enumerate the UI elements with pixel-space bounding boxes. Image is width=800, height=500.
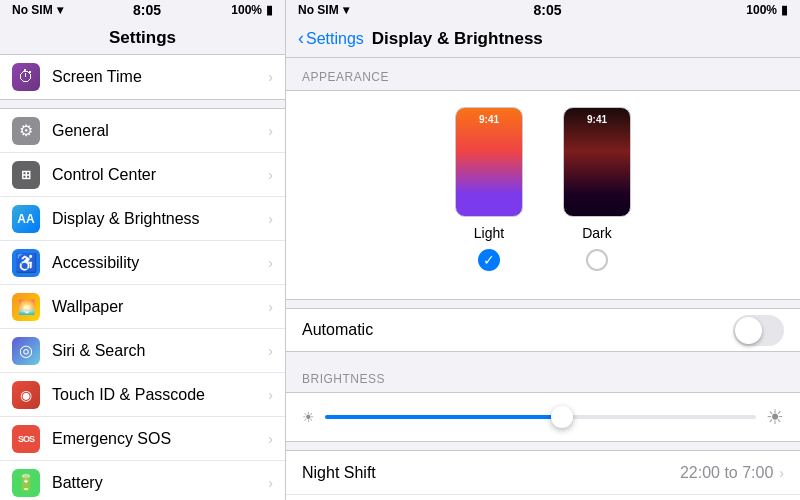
left-battery-icon: ▮ bbox=[266, 3, 273, 17]
left-status-left: No SIM ▾ bbox=[12, 3, 63, 17]
appearance-header: APPEARANCE bbox=[286, 58, 800, 90]
general-icon: ⚙ bbox=[12, 117, 40, 145]
screen-time-icon: ⏱ bbox=[12, 63, 40, 91]
dark-phone-time: 9:41 bbox=[587, 114, 607, 125]
accessibility-chevron: › bbox=[268, 255, 273, 271]
brightness-thumb[interactable] bbox=[551, 406, 573, 428]
screen-time-label: Screen Time bbox=[52, 68, 268, 86]
light-check-icon: ✓ bbox=[483, 252, 495, 268]
right-time: 8:05 bbox=[533, 2, 561, 18]
right-nav-title: Display & Brightness bbox=[372, 29, 543, 49]
battery-item[interactable]: 🔋 Battery › bbox=[0, 461, 285, 500]
control-center-label: Control Center bbox=[52, 166, 268, 184]
wallpaper-label: Wallpaper bbox=[52, 298, 268, 316]
appearance-options: 9:41 Light ✓ 9:41 Dark bbox=[302, 107, 784, 271]
brightness-row: ☀ ☀ bbox=[286, 393, 800, 441]
left-settings-list: ⏱ Screen Time › ⚙ General › ⊞ Control Ce… bbox=[0, 54, 285, 500]
battery-label: Battery bbox=[52, 474, 268, 492]
right-battery-pct: 100% bbox=[746, 3, 777, 17]
automatic-row: Automatic bbox=[286, 308, 800, 352]
screen-time-chevron: › bbox=[268, 69, 273, 85]
wallpaper-chevron: › bbox=[268, 299, 273, 315]
brightness-high-icon: ☀ bbox=[766, 405, 784, 429]
night-shift-chevron: › bbox=[779, 465, 784, 481]
control-center-icon: ⊞ bbox=[12, 161, 40, 189]
right-content: APPEARANCE 9:41 Light ✓ 9:41 Dark bbox=[286, 58, 800, 500]
emergency-item[interactable]: SOS Emergency SOS › bbox=[0, 417, 285, 461]
main-settings-section: ⚙ General › ⊞ Control Center › AA Displa… bbox=[0, 108, 285, 500]
dark-mode-radio[interactable] bbox=[586, 249, 608, 271]
battery-icon: 🔋 bbox=[12, 469, 40, 497]
light-mode-option[interactable]: 9:41 Light ✓ bbox=[455, 107, 523, 271]
right-panel: No SIM ▾ 8:05 100% ▮ ‹ Settings Display … bbox=[286, 0, 800, 500]
brightness-section: ☀ ☀ bbox=[286, 392, 800, 442]
wallpaper-item[interactable]: 🌅 Wallpaper › bbox=[0, 285, 285, 329]
left-carrier: No SIM bbox=[12, 3, 53, 17]
right-battery-icon: ▮ bbox=[781, 3, 788, 17]
general-item[interactable]: ⚙ General › bbox=[0, 109, 285, 153]
left-battery-pct: 100% bbox=[231, 3, 262, 17]
wallpaper-icon: 🌅 bbox=[12, 293, 40, 321]
right-wifi-icon: ▾ bbox=[343, 3, 349, 17]
display-icon: AA bbox=[12, 205, 40, 233]
back-button[interactable]: ‹ Settings bbox=[298, 28, 364, 49]
brightness-low-icon: ☀ bbox=[302, 409, 315, 425]
automatic-label: Automatic bbox=[302, 321, 733, 339]
siri-label: Siri & Search bbox=[52, 342, 268, 360]
right-carrier: No SIM bbox=[298, 3, 339, 17]
siri-chevron: › bbox=[268, 343, 273, 359]
siri-item[interactable]: ◎ Siri & Search › bbox=[0, 329, 285, 373]
siri-icon: ◎ bbox=[12, 337, 40, 365]
accessibility-label: Accessibility bbox=[52, 254, 268, 272]
dark-phone-preview: 9:41 bbox=[563, 107, 631, 217]
left-status-bar: No SIM ▾ 8:05 100% ▮ bbox=[0, 0, 285, 20]
accessibility-item[interactable]: ♿ Accessibility › bbox=[0, 241, 285, 285]
left-panel: No SIM ▾ 8:05 100% ▮ Settings ⏱ Screen T… bbox=[0, 0, 286, 500]
display-label: Display & Brightness bbox=[52, 210, 268, 228]
general-label: General bbox=[52, 122, 268, 140]
emergency-chevron: › bbox=[268, 431, 273, 447]
left-wifi-icon: ▾ bbox=[57, 3, 63, 17]
appearance-section: 9:41 Light ✓ 9:41 Dark bbox=[286, 90, 800, 300]
light-phone-time: 9:41 bbox=[479, 114, 499, 125]
screen-time-item[interactable]: ⏱ Screen Time › bbox=[0, 55, 285, 99]
emergency-label: Emergency SOS bbox=[52, 430, 268, 448]
touchid-label: Touch ID & Passcode bbox=[52, 386, 268, 404]
auto-lock-row[interactable]: Auto-Lock Never › bbox=[286, 495, 800, 500]
light-mode-radio[interactable]: ✓ bbox=[478, 249, 500, 271]
automatic-toggle[interactable] bbox=[733, 315, 784, 346]
brightness-header: BRIGHTNESS bbox=[286, 360, 800, 392]
right-status-right: 100% ▮ bbox=[746, 3, 788, 17]
control-center-chevron: › bbox=[268, 167, 273, 183]
touchid-chevron: › bbox=[268, 387, 273, 403]
brightness-fill bbox=[325, 415, 562, 419]
left-nav-title: Settings bbox=[0, 20, 285, 54]
dark-mode-label: Dark bbox=[582, 225, 612, 241]
general-chevron: › bbox=[268, 123, 273, 139]
back-label: Settings bbox=[306, 30, 364, 48]
touchid-icon: ◉ bbox=[12, 381, 40, 409]
dark-mode-option[interactable]: 9:41 Dark bbox=[563, 107, 631, 271]
screen-time-section: ⏱ Screen Time › bbox=[0, 54, 285, 100]
light-phone-preview: 9:41 bbox=[455, 107, 523, 217]
right-status-bar: No SIM ▾ 8:05 100% ▮ bbox=[286, 0, 800, 20]
right-nav: ‹ Settings Display & Brightness bbox=[286, 20, 800, 58]
night-shift-row[interactable]: Night Shift 22:00 to 7:00 › bbox=[286, 451, 800, 495]
right-status-left: No SIM ▾ bbox=[298, 3, 349, 17]
accessibility-icon: ♿ bbox=[12, 249, 40, 277]
display-chevron: › bbox=[268, 211, 273, 227]
left-time: 8:05 bbox=[133, 2, 161, 18]
emergency-icon: SOS bbox=[12, 425, 40, 453]
back-chevron-icon: ‹ bbox=[298, 28, 304, 49]
settings-rows-section: Night Shift 22:00 to 7:00 › Auto-Lock Ne… bbox=[286, 450, 800, 500]
night-shift-label: Night Shift bbox=[302, 464, 680, 482]
battery-chevron: › bbox=[268, 475, 273, 491]
control-center-item[interactable]: ⊞ Control Center › bbox=[0, 153, 285, 197]
left-status-right: 100% ▮ bbox=[231, 3, 273, 17]
brightness-slider[interactable] bbox=[325, 407, 756, 427]
automatic-toggle-knob bbox=[735, 317, 762, 344]
night-shift-value: 22:00 to 7:00 bbox=[680, 464, 773, 482]
display-item[interactable]: AA Display & Brightness › bbox=[0, 197, 285, 241]
touchid-item[interactable]: ◉ Touch ID & Passcode › bbox=[0, 373, 285, 417]
brightness-track bbox=[325, 415, 756, 419]
